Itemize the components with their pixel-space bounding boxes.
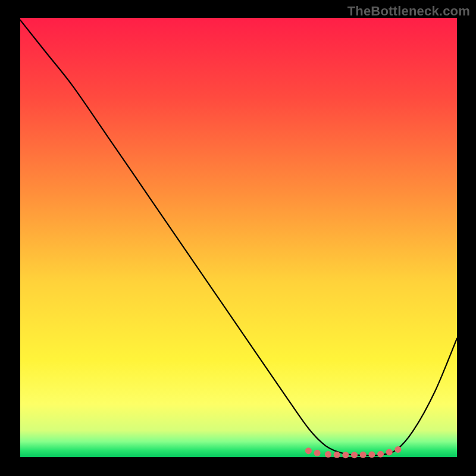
- optimal-marker: [334, 452, 340, 458]
- chart-container: TheBottleneck.com: [0, 0, 476, 476]
- optimal-marker: [351, 452, 358, 458]
- optimal-marker: [305, 447, 312, 454]
- optimal-marker: [342, 452, 349, 458]
- plot-background: [20, 18, 457, 457]
- optimal-marker: [377, 451, 384, 458]
- optimal-marker: [314, 450, 321, 456]
- optimal-marker: [325, 451, 331, 458]
- optimal-marker: [394, 446, 401, 453]
- bottleneck-chart: [0, 0, 476, 476]
- optimal-marker: [386, 449, 393, 455]
- optimal-marker: [368, 451, 375, 458]
- watermark-text: TheBottleneck.com: [347, 4, 470, 19]
- optimal-marker: [360, 452, 367, 458]
